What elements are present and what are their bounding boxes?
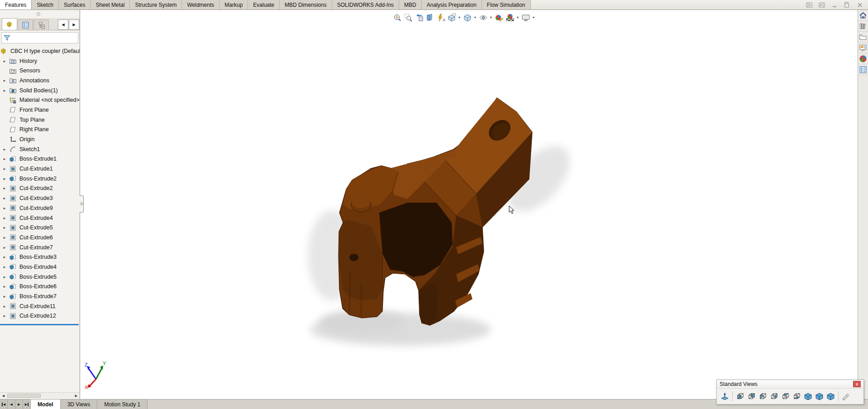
standard-views-titlebar[interactable]: Standard Views x — [717, 380, 863, 389]
home-button[interactable] — [858, 10, 868, 21]
tree-item-cut-extrude6[interactable]: ▸Cut-Extrude6 — [0, 233, 80, 243]
tab-model[interactable]: Model — [31, 399, 61, 409]
menu-tab-flow-simulation[interactable]: Flow Simulation — [482, 0, 531, 10]
tree-item-material-not-specified-[interactable]: Material <not specified> — [0, 95, 80, 105]
tree-item-front-plane[interactable]: Front Plane — [0, 105, 80, 115]
tree-item-cut-extrude5[interactable]: ▸Cut-Extrude5 — [0, 223, 80, 233]
menu-tab-mbd-dimensions[interactable]: MBD Dimensions — [280, 0, 332, 10]
expand-arrow-icon[interactable]: ▸ — [0, 314, 9, 318]
expand-arrow-icon[interactable]: ▸ — [0, 304, 9, 309]
panel-tab-scroll-left-button[interactable]: ◀ — [58, 19, 68, 30]
expand-arrow-icon[interactable]: ▸ — [0, 186, 9, 190]
expand-arrow-icon[interactable]: ▸ — [0, 255, 9, 259]
file-explorer-button[interactable] — [858, 32, 868, 43]
view-back-button[interactable] — [746, 390, 757, 402]
display-style-button[interactable] — [462, 12, 472, 23]
tab-motion-study-1[interactable]: Motion Study 1 — [97, 399, 148, 409]
menu-tab-surfaces[interactable]: Surfaces — [59, 0, 91, 10]
view-trimetric-button[interactable] — [814, 390, 825, 402]
menu-tab-weldments[interactable]: Weldments — [182, 0, 219, 10]
expand-arrow-icon[interactable]: ▸ — [0, 235, 9, 240]
view-top-button[interactable] — [780, 390, 791, 402]
featuremanager-design-tree-tab[interactable] — [2, 18, 17, 30]
view-front-button[interactable] — [734, 390, 746, 402]
expand-arrow-icon[interactable]: ▸ — [0, 245, 9, 250]
view-dimetric-button[interactable] — [825, 390, 836, 402]
section-view-button[interactable] — [424, 12, 435, 23]
expand-arrow-icon[interactable]: ▸ — [0, 225, 9, 230]
hide-show-items-button[interactable] — [478, 12, 488, 23]
tree-item-cut-extrude2[interactable]: ▸Cut-Extrude2 — [0, 184, 80, 194]
expand-arrow-icon[interactable]: ▸ — [0, 59, 9, 63]
view-settings-dropdown-caret[interactable]: ▼ — [531, 16, 536, 19]
view-palette-button[interactable] — [858, 43, 868, 53]
dynamic-annotation-views-button[interactable]: A — [435, 12, 446, 23]
hide-show-items-dropdown-caret[interactable]: ▼ — [489, 16, 493, 19]
display-style-dropdown-caret[interactable]: ▼ — [473, 16, 477, 19]
last-tab-button[interactable]: ▶ — [23, 399, 31, 409]
expand-arrow-icon[interactable]: ▸ — [0, 157, 9, 161]
menu-tab-structure-system[interactable]: Structure System — [130, 0, 182, 10]
edit-appearance-button[interactable] — [494, 12, 504, 23]
tree-item-right-plane[interactable]: Right Plane — [0, 125, 80, 135]
view-right-button[interactable] — [768, 390, 780, 402]
rollback-bar[interactable] — [0, 324, 79, 325]
collapse-left-pane-button[interactable] — [804, 1, 815, 9]
tree-item-boss-extrude3[interactable]: ▸Boss-Extrude3 — [0, 252, 80, 262]
menu-tab-sheet-metal[interactable]: Sheet Metal — [91, 0, 130, 10]
expand-arrow-icon[interactable]: ▸ — [0, 147, 9, 152]
zoom-to-fit-button[interactable] — [392, 12, 402, 23]
panel-tab-scroll-right-button[interactable]: ▶ — [69, 19, 79, 30]
tree-item-boss-extrude7[interactable]: ▸Boss-Extrude7 — [0, 291, 80, 301]
design-library-button[interactable] — [858, 21, 868, 32]
cad-part-model[interactable] — [81, 10, 858, 400]
tree-item-cut-extrude12[interactable]: ▸Cut-Extrude12 — [0, 311, 80, 321]
close-button[interactable] — [854, 1, 865, 9]
first-tab-button[interactable]: ◀ — [0, 399, 8, 409]
view-orientation-dropdown-caret[interactable]: ▼ — [457, 16, 462, 19]
expand-arrow-icon[interactable]: ▸ — [0, 265, 9, 269]
configurationmanager-tab[interactable] — [33, 19, 49, 30]
previous-view-button[interactable] — [414, 12, 424, 23]
tree-item-boss-extrude6[interactable]: ▸Boss-Extrude6 — [0, 282, 80, 292]
tree-item-cut-extrude9[interactable]: ▸Cut-Extrude9 — [0, 203, 80, 213]
panel-splitter-handle[interactable] — [80, 195, 84, 213]
restore-button[interactable] — [842, 1, 853, 9]
menu-tab-sketch[interactable]: Sketch — [32, 0, 59, 10]
scroll-right-button[interactable]: ▶ — [73, 393, 79, 398]
standard-views-close-button[interactable]: x — [853, 381, 861, 387]
collapse-right-pane-button[interactable] — [816, 1, 827, 9]
propertymanager-tab[interactable] — [18, 19, 33, 30]
tree-item-cut-extrude11[interactable]: ▸Cut-Extrude11 — [0, 301, 80, 311]
previous-tab-button[interactable]: ◀ — [8, 399, 15, 409]
expand-arrow-icon[interactable]: ▸ — [0, 78, 9, 83]
minimize-button[interactable] — [829, 1, 840, 9]
tree-root-item[interactable]: CBC H type coupler (Default — [0, 46, 80, 56]
view-selector-button[interactable] — [840, 390, 852, 402]
tree-item-sensors[interactable]: Sensors — [0, 66, 80, 76]
apply-scene-dropdown-caret[interactable]: ▼ — [515, 16, 520, 19]
graphics-viewport[interactable]: A▼▼▼▼▼ Z Y X — [81, 10, 858, 400]
menu-tab-mbd[interactable]: MBD — [399, 0, 422, 10]
view-orientation-button[interactable] — [446, 12, 457, 23]
menu-tab-analysis-preparation[interactable]: Analysis Preparation — [422, 0, 482, 10]
expand-arrow-icon[interactable]: ▸ — [0, 294, 9, 299]
view-settings-button[interactable] — [520, 12, 531, 23]
tree-item-boss-extrude5[interactable]: ▸Boss-Extrude5 — [0, 272, 80, 282]
panel-horizontal-scrollbar[interactable]: ◀ ▶ — [0, 392, 80, 398]
tab-3d-views[interactable]: 3D Views — [61, 399, 97, 409]
tree-item-sketch1[interactable]: ▸Sketch1 — [0, 144, 80, 154]
expand-arrow-icon[interactable]: ▸ — [0, 88, 9, 93]
tree-item-cut-extrude1[interactable]: ▸Cut-Extrude1 — [0, 164, 80, 174]
tree-item-solid-bodies-1-[interactable]: ▸Solid Bodies(1) — [0, 86, 80, 95]
tree-item-boss-extrude4[interactable]: ▸Boss-Extrude4 — [0, 262, 80, 272]
view-left-button[interactable] — [757, 390, 768, 402]
expand-arrow-icon[interactable]: ▸ — [0, 216, 9, 220]
menu-tab-solidworks-add-ins[interactable]: SOLIDWORKS Add-Ins — [332, 0, 399, 10]
appearances-button[interactable] — [858, 53, 868, 64]
scroll-left-button[interactable]: ◀ — [0, 393, 6, 398]
tree-item-boss-extrude2[interactable]: ▸Boss-Extrude2 — [0, 174, 80, 184]
tree-item-history[interactable]: ▸History — [0, 56, 80, 66]
tree-item-cut-extrude4[interactable]: ▸Cut-Extrude4 — [0, 213, 80, 223]
custom-properties-button[interactable] — [858, 64, 868, 75]
